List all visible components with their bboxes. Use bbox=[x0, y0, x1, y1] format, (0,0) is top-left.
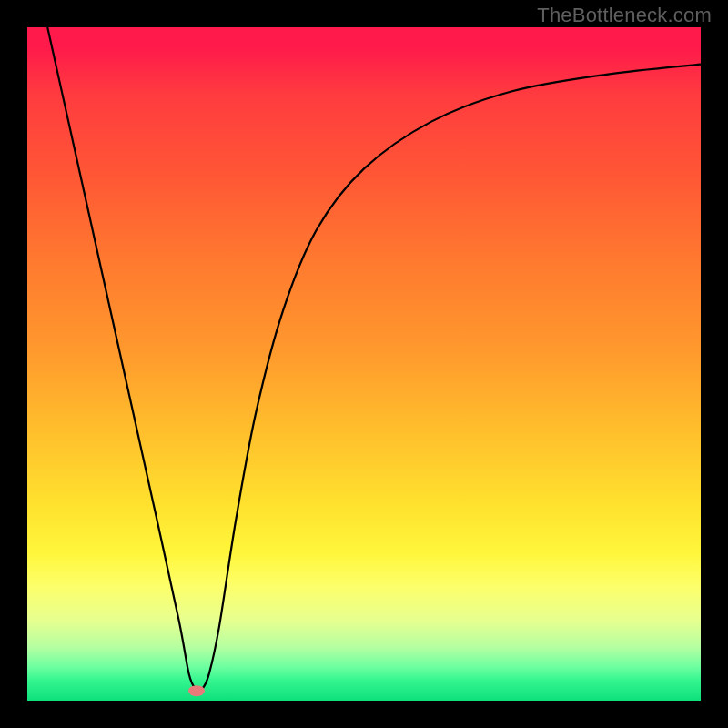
chart-frame: TheBottleneck.com bbox=[0, 0, 728, 728]
optimal-point-marker bbox=[188, 685, 205, 696]
watermark-text: TheBottleneck.com bbox=[537, 4, 712, 27]
bottleneck-curve bbox=[47, 27, 701, 691]
plot-area bbox=[27, 27, 701, 701]
curve-svg bbox=[27, 27, 701, 701]
